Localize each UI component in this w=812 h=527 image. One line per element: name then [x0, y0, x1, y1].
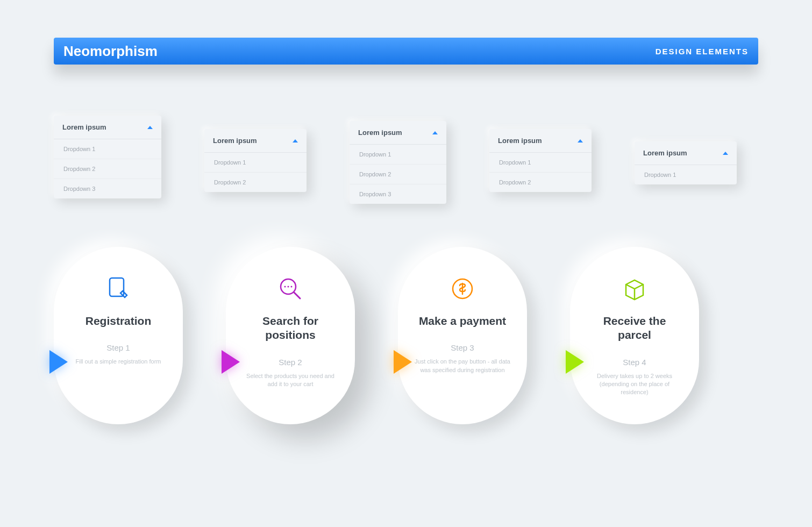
dropdown-label: Lorem ipsum — [498, 137, 542, 145]
svg-point-8 — [291, 286, 293, 287]
header-bar: Neomorphism Design Elements — [54, 38, 758, 65]
dropdown-header[interactable]: Lorem ipsum — [350, 121, 446, 145]
chevron-up-icon — [723, 152, 728, 155]
dropdown-3[interactable]: Lorem ipsum Dropdown 1 Dropdown 2 Dropdo… — [350, 121, 446, 204]
header-subtitle: Design Elements — [656, 47, 749, 56]
step-label: Step 2 — [279, 358, 302, 367]
step-card-parcel: Receive the parcel Step 4 Delivery takes… — [570, 247, 699, 424]
dropdown-label: Lorem ipsum — [213, 137, 257, 145]
svg-line-5 — [294, 293, 300, 298]
dropdown-item[interactable]: Dropdown 2 — [204, 173, 307, 192]
step-desc: Just click on the pay button - all data … — [413, 358, 512, 374]
box-icon — [621, 274, 649, 303]
dropdown-header[interactable]: Lorem ipsum — [204, 129, 307, 153]
chevron-up-icon — [147, 126, 153, 129]
dropdown-header[interactable]: Lorem ipsum — [635, 141, 737, 165]
form-edit-icon — [104, 274, 132, 303]
steps-row: Registration Step 1 Fill out a simple re… — [54, 247, 758, 424]
chevron-up-icon — [293, 139, 298, 143]
play-icon[interactable] — [222, 350, 240, 374]
chevron-up-icon — [578, 139, 583, 143]
step-card-registration: Registration Step 1 Fill out a simple re… — [54, 247, 183, 424]
step-desc: Delivery takes up to 2 weeks (depending … — [585, 372, 684, 397]
step-desc: Fill out a simple registration form — [76, 358, 161, 366]
dropdown-item[interactable]: Dropdown 1 — [635, 165, 737, 184]
dropdowns-row: Lorem ipsum Dropdown 1 Dropdown 2 Dropdo… — [54, 116, 758, 204]
dropdown-label: Lorem ipsum — [358, 129, 402, 137]
dropdown-label: Lorem ipsum — [643, 149, 687, 157]
dropdown-2[interactable]: Lorem ipsum Dropdown 1 Dropdown 2 — [204, 129, 307, 192]
dropdown-header[interactable]: Lorem ipsum — [489, 129, 592, 153]
step-title: Receive the parcel — [585, 314, 684, 343]
dropdown-header[interactable]: Lorem ipsum — [54, 116, 161, 139]
svg-point-6 — [284, 286, 286, 287]
dropdown-5[interactable]: Lorem ipsum Dropdown 1 — [635, 141, 737, 184]
play-icon[interactable] — [394, 350, 412, 374]
dropdown-item[interactable]: Dropdown 1 — [204, 153, 307, 173]
play-icon[interactable] — [49, 350, 68, 374]
dropdown-item[interactable]: Dropdown 1 — [489, 153, 592, 173]
step-title: Registration — [86, 314, 152, 328]
dropdown-item[interactable]: Dropdown 3 — [350, 184, 446, 204]
dropdown-item[interactable]: Dropdown 1 — [54, 139, 161, 159]
chevron-up-icon — [432, 131, 438, 134]
svg-point-7 — [288, 286, 289, 287]
dropdown-item[interactable]: Dropdown 2 — [54, 159, 161, 179]
step-card-search: Search for positions Step 2 Select the p… — [226, 247, 355, 424]
step-title: Search for positions — [241, 314, 340, 343]
dropdown-item[interactable]: Dropdown 2 — [350, 165, 446, 184]
search-icon — [276, 274, 304, 303]
dropdown-item[interactable]: Dropdown 2 — [489, 173, 592, 192]
step-label: Step 1 — [106, 343, 130, 352]
dollar-coin-icon — [448, 274, 476, 303]
play-icon[interactable] — [566, 350, 584, 374]
step-card-payment: Make a payment Step 3 Just click on the … — [398, 247, 527, 424]
header-title: Neomorphism — [63, 43, 158, 60]
dropdown-item[interactable]: Dropdown 3 — [54, 179, 161, 198]
dropdown-label: Lorem ipsum — [62, 123, 106, 131]
step-title: Make a payment — [419, 314, 506, 328]
step-label: Step 4 — [623, 358, 646, 367]
step-label: Step 3 — [451, 343, 474, 352]
step-desc: Select the products you need and add it … — [241, 372, 340, 389]
dropdown-item[interactable]: Dropdown 1 — [350, 145, 446, 165]
dropdown-1[interactable]: Lorem ipsum Dropdown 1 Dropdown 2 Dropdo… — [54, 116, 161, 198]
dropdown-4[interactable]: Lorem ipsum Dropdown 1 Dropdown 2 — [489, 129, 592, 192]
